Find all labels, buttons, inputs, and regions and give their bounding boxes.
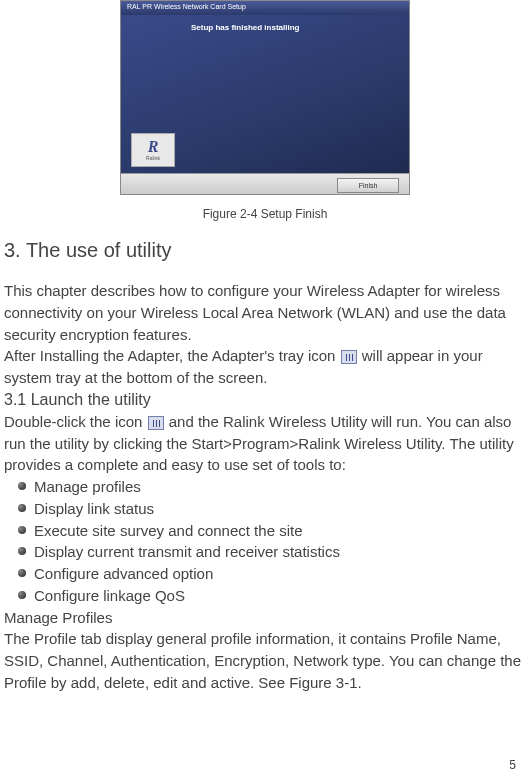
launch-utility-para: Double-click the icon and the Ralink Wir…	[4, 411, 526, 476]
figure-container: RAL PR Wireless Network Card Setup Setup…	[4, 0, 526, 221]
launch-para-pre: Double-click the icon	[4, 413, 147, 430]
figure-caption: Figure 2-4 Setup Finish	[4, 207, 526, 221]
list-item: Configure advanced option	[18, 563, 526, 585]
window-body: Setup has finished installing R Ralink	[121, 15, 409, 173]
ralink-logo-text: Ralink	[146, 155, 160, 161]
window-body-header: Setup has finished installing	[191, 23, 299, 32]
list-item: Display current transmit and receiver st…	[18, 541, 526, 563]
page-number: 5	[509, 758, 516, 772]
list-item: Execute site survey and connect the site	[18, 520, 526, 542]
manage-profiles-label: Manage Profiles	[4, 607, 526, 629]
finish-button[interactable]: Finish	[337, 178, 399, 193]
ralink-logo-letter: R	[148, 139, 159, 155]
setup-finish-screenshot: RAL PR Wireless Network Card Setup Setup…	[120, 0, 410, 195]
ralink-logo: R Ralink	[131, 133, 175, 167]
tray-para-pre: After Installing the Adapter, the Adapte…	[4, 347, 340, 364]
section-3-tray-para: After Installing the Adapter, the Adapte…	[4, 345, 526, 389]
section-3-1-heading: 3.1 Launch the utility	[4, 391, 526, 409]
section-3-heading: 3. The use of utility	[4, 239, 526, 262]
utility-tools-list: Manage profiles Display link status Exec…	[18, 476, 526, 607]
list-item: Configure linkage QoS	[18, 585, 526, 607]
utility-icon	[148, 416, 164, 430]
list-item: Display link status	[18, 498, 526, 520]
window-bottombar: Finish	[121, 173, 409, 195]
section-3-intro-para: This chapter describes how to configure …	[4, 280, 526, 345]
list-item: Manage profiles	[18, 476, 526, 498]
manage-profiles-para: The Profile tab display general profile …	[4, 628, 526, 693]
tray-icon	[341, 350, 357, 364]
window-titlebar: RAL PR Wireless Network Card Setup	[121, 1, 409, 15]
